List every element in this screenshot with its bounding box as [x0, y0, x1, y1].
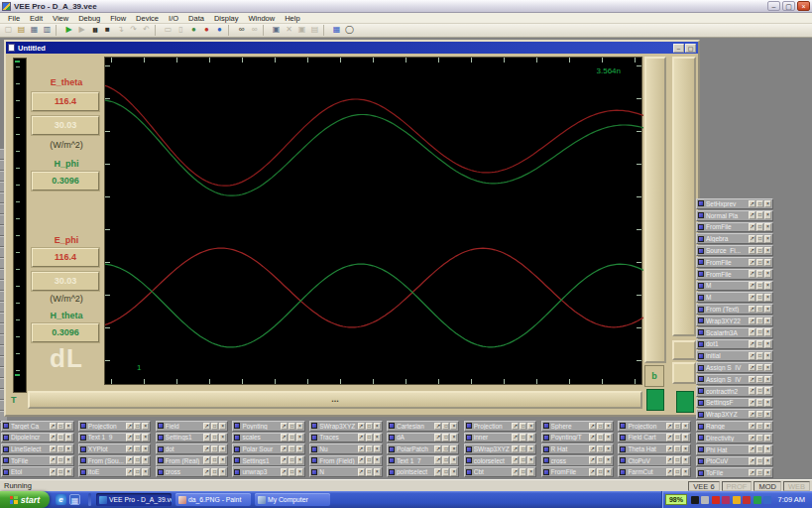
minimized-object[interactable]: Source_Fi... ↗ □ ×: [696, 245, 773, 256]
object-close-button[interactable]: ×: [764, 318, 771, 325]
object-restore-button[interactable]: ↗: [749, 445, 755, 453]
h-phi-value-box[interactable]: 0.3096: [32, 172, 99, 190]
menu-data[interactable]: Data: [183, 14, 209, 23]
object-maximize-button[interactable]: □: [756, 387, 763, 395]
minimized-object[interactable]: dot ↗ □ ×: [156, 444, 229, 454]
object-maximize-button[interactable]: □: [442, 445, 449, 453]
minimized-object[interactable]: Assign S_IV ↗ □ ×: [696, 374, 773, 385]
object-close-button[interactable]: ×: [682, 456, 689, 464]
minimized-object[interactable]: Cbt ↗ □ ×: [464, 466, 537, 477]
minimized-object[interactable]: FromFile ↗ □ ×: [541, 466, 615, 477]
minimized-object[interactable]: PtoCuV ↗ □ ×: [696, 456, 773, 467]
minimized-object[interactable]: DipoleIncr ↗ □ ×: [1, 433, 74, 444]
start-button[interactable]: start: [0, 491, 50, 508]
object-restore-button[interactable]: ↗: [749, 318, 755, 325]
minimized-object[interactable]: Algebra ↗ □ ×: [696, 233, 773, 244]
minimized-object[interactable]: Projection ↗ □ ×: [618, 421, 691, 432]
object-close-button[interactable]: ×: [764, 328, 771, 336]
object-close-button[interactable]: ×: [764, 445, 771, 453]
object-close-button[interactable]: ×: [527, 445, 534, 453]
menu-window[interactable]: Window: [244, 14, 281, 23]
minimized-object[interactable]: Wrap3XYZ ↗ □ ×: [696, 409, 773, 420]
minimized-object[interactable]: Nu ↗ □ ×: [309, 444, 383, 454]
untitled-restore-button[interactable]: ▢: [685, 44, 696, 53]
object-close-button[interactable]: ×: [527, 423, 534, 431]
object-maximize-button[interactable]: □: [597, 456, 604, 464]
minimized-object[interactable]: Poynting ↗ □ ×: [232, 421, 305, 432]
minimized-object[interactable]: Poynting/T ↗ □ ×: [541, 433, 615, 444]
object-maximize-button[interactable]: □: [520, 456, 526, 464]
waveform-plot[interactable]: 3.564n 1: [104, 57, 642, 385]
object-maximize-button[interactable]: □: [756, 340, 763, 348]
minimized-object[interactable]: CtoPuV ↗ □ ×: [618, 455, 691, 466]
object-maximize-button[interactable]: □: [756, 294, 763, 302]
toolbar-separator[interactable]: [323, 25, 328, 36]
object-restore-button[interactable]: ↗: [358, 423, 365, 431]
object-close-button[interactable]: ×: [764, 435, 771, 443]
object-restore-button[interactable]: ↗: [589, 434, 596, 442]
toolbar-separator[interactable]: [263, 25, 268, 36]
object-maximize-button[interactable]: □: [756, 352, 763, 360]
panel-view-button[interactable]: ▦: [330, 24, 343, 37]
instrument-manager-button[interactable]: ●: [187, 24, 200, 37]
object-close-button[interactable]: ×: [65, 468, 72, 476]
object-close-button[interactable]: ×: [296, 456, 303, 464]
object-restore-button[interactable]: ↗: [749, 306, 755, 314]
object-close-button[interactable]: ×: [764, 282, 771, 290]
minimized-object[interactable]: Field ↗ □ ×: [156, 421, 229, 432]
object-restore-button[interactable]: ↗: [749, 211, 755, 219]
scroll-box-2[interactable]: [672, 362, 696, 384]
pause-button[interactable]: ▮▮: [88, 24, 101, 37]
object-maximize-button[interactable]: □: [756, 282, 763, 290]
object-restore-button[interactable]: ↗: [749, 270, 755, 278]
minimized-object[interactable]: M ↗ □ ×: [696, 281, 773, 292]
object-maximize-button[interactable]: □: [756, 318, 763, 325]
object-restore-button[interactable]: ↗: [434, 468, 441, 476]
object-close-button[interactable]: ×: [374, 434, 381, 442]
object-restore-button[interactable]: ↗: [749, 469, 755, 477]
object-restore-button[interactable]: ↗: [749, 411, 755, 419]
object-close-button[interactable]: ×: [219, 423, 226, 431]
object-maximize-button[interactable]: □: [442, 423, 449, 431]
object-restore-button[interactable]: ↗: [203, 434, 210, 442]
object-close-button[interactable]: ×: [219, 445, 226, 453]
object-maximize-button[interactable]: □: [366, 434, 373, 442]
object-restore-button[interactable]: ↗: [749, 364, 755, 372]
green-button-1[interactable]: [646, 389, 664, 411]
object-maximize-button[interactable]: □: [442, 434, 449, 442]
object-maximize-button[interactable]: □: [756, 328, 763, 336]
object-close-button[interactable]: ×: [296, 445, 303, 453]
step-over-button[interactable]: ↷: [127, 24, 140, 37]
object-close-button[interactable]: ×: [450, 445, 457, 453]
object-maximize-button[interactable]: □: [674, 456, 681, 464]
object-restore-button[interactable]: ↗: [749, 223, 755, 231]
minimized-object[interactable]: colorselect ↗ □ ×: [464, 455, 537, 466]
run-button[interactable]: ▶: [62, 24, 75, 37]
minimized-object[interactable]: R Hat ↗ □ ×: [541, 444, 615, 454]
web-browser-button[interactable]: ●: [213, 24, 226, 37]
object-close-button[interactable]: ×: [374, 445, 381, 453]
minimized-object[interactable]: XYPlot ↗ □ ×: [78, 444, 152, 454]
minimized-object[interactable]: From (Text) ↗ □ ×: [696, 304, 773, 315]
resume-button[interactable]: ▶: [75, 24, 88, 37]
object-restore-button[interactable]: ↗: [749, 340, 755, 348]
minimized-object[interactable]: FarmCut ↗ □ ×: [618, 466, 691, 477]
minimized-object[interactable]: Settings1_ ↗ □ ×: [232, 455, 305, 466]
object-restore-button[interactable]: ↗: [203, 423, 210, 431]
object-restore-button[interactable]: ↗: [512, 468, 519, 476]
print-button[interactable]: ▥: [41, 24, 54, 37]
object-restore-button[interactable]: ↗: [512, 423, 519, 431]
minimized-object[interactable]: Cartesian ↗ □ ×: [387, 421, 460, 432]
vertical-scrollbar-1[interactable]: [644, 57, 666, 363]
object-close-button[interactable]: ×: [219, 456, 226, 464]
object-restore-button[interactable]: ↗: [749, 235, 755, 243]
object-maximize-button[interactable]: □: [756, 259, 763, 267]
object-close-button[interactable]: ×: [682, 434, 689, 442]
minimized-object[interactable]: Normal Pla ↗ □ ×: [696, 210, 773, 221]
object-maximize-button[interactable]: □: [756, 200, 763, 208]
object-maximize-button[interactable]: □: [442, 456, 449, 464]
minimized-object[interactable]: unwrap3 ↗ □ ×: [232, 466, 305, 477]
untitled-titlebar[interactable]: Untitled – ▢: [6, 42, 698, 54]
object-close-button[interactable]: ×: [682, 445, 689, 453]
object-maximize-button[interactable]: □: [756, 457, 763, 465]
